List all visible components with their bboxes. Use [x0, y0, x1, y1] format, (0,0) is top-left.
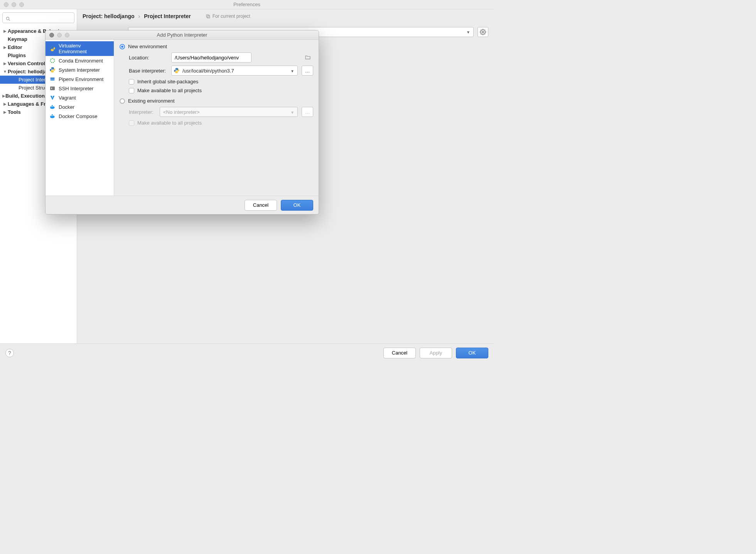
interpreter-settings-gear-button[interactable]	[478, 27, 488, 37]
sidebar-item-label: Plugins	[8, 52, 26, 58]
interpreter-type-label: SSH Interpreter	[59, 86, 93, 91]
interpreter-type-label: Conda Environment	[59, 58, 103, 64]
base-interpreter-label: Base interpreter:	[129, 68, 167, 74]
chevron-down-icon: ▼	[2, 69, 8, 74]
base-interpreter-dropdown[interactable]: /usr/local/bin/python3.7 ▼	[171, 66, 298, 76]
chevron-right-icon: ▶	[2, 110, 8, 114]
python-icon	[49, 46, 56, 52]
add-interpreter-dialog: Add Python Interpreter Virtualenv Enviro…	[45, 30, 319, 215]
window-controls[interactable]	[4, 2, 24, 7]
dialog-titlebar: Add Python Interpreter	[46, 30, 319, 40]
preferences-footer: ? Cancel Apply OK	[0, 343, 494, 362]
interpreter-type-label: Docker	[59, 104, 74, 110]
svg-rect-7	[51, 78, 55, 79]
interpreter-type-label: Pipenv Environment	[59, 76, 103, 82]
interpreter-form: New environment Location: Base interpret…	[114, 40, 319, 196]
preferences-cancel-button[interactable]: Cancel	[383, 348, 416, 358]
interpreter-type-conda-environment[interactable]: Conda Environment	[46, 56, 114, 65]
vagrant-icon	[49, 95, 56, 101]
pipenv-icon	[49, 76, 56, 82]
for-current-project-tag: For current project	[206, 14, 250, 19]
new-environment-label: New environment	[128, 44, 167, 49]
location-label: Location:	[129, 55, 167, 61]
minimize-dot[interactable]	[12, 2, 16, 7]
python-icon	[49, 67, 56, 73]
sidebar-item-label: Editor	[8, 44, 22, 50]
interpreter-type-vagrant[interactable]: Vagrant	[46, 93, 114, 102]
sidebar-item-label: Version Control	[8, 61, 45, 66]
svg-rect-16	[52, 114, 53, 115]
existing-environment-radio[interactable]: Existing environment	[120, 98, 313, 104]
svg-rect-3	[206, 15, 209, 17]
help-button[interactable]: ?	[5, 349, 14, 357]
interpreter-type-label: Vagrant	[59, 95, 76, 101]
existing-environment-label: Existing environment	[128, 98, 175, 104]
interpreter-type-docker[interactable]: Docker	[46, 102, 114, 111]
breadcrumb-project: Project: hellodjango	[83, 13, 135, 19]
breadcrumb: Project: hellodjango › Project Interpret…	[83, 13, 488, 19]
location-input[interactable]	[171, 52, 251, 62]
chevron-right-icon: ▶	[2, 29, 8, 33]
dialog-footer: Cancel OK	[46, 196, 319, 214]
preferences-apply-button[interactable]: Apply	[420, 348, 452, 358]
make-available-checkbox-row[interactable]: Make available to all projects	[129, 88, 313, 93]
make-available-existing-label: Make available to all projects	[137, 120, 202, 126]
interpreter-type-pipenv-environment[interactable]: Pipenv Environment	[46, 74, 114, 84]
interpreter-type-docker-compose[interactable]: Docker Compose	[46, 111, 114, 121]
interpreter-type-label: Virtualenv Environment	[59, 43, 110, 54]
base-interpreter-browse-button[interactable]: …	[302, 66, 313, 76]
inherit-checkbox-row[interactable]: Inherit global site-packages	[129, 79, 313, 84]
gear-icon	[480, 29, 486, 35]
chevron-down-icon: ▼	[466, 30, 470, 34]
svg-point-4	[482, 31, 484, 33]
chevron-down-icon: ▼	[290, 69, 294, 73]
interpreter-type-virtualenv-environment[interactable]: Virtualenv Environment	[46, 41, 114, 56]
preferences-search-input[interactable]	[2, 12, 74, 23]
preferences-ok-button[interactable]: OK	[456, 348, 488, 358]
interpreter-type-label: Docker Compose	[59, 113, 97, 119]
interpreter-type-list: Virtualenv EnvironmentConda EnvironmentS…	[46, 40, 114, 196]
dialog-title: Add Python Interpreter	[46, 32, 319, 38]
zoom-dot[interactable]	[19, 2, 24, 7]
base-interpreter-value: /usr/local/bin/python3.7	[182, 68, 234, 74]
folder-icon[interactable]	[305, 54, 311, 61]
terminal-icon	[49, 85, 56, 91]
svg-point-0	[6, 17, 9, 20]
python-icon	[174, 68, 180, 74]
preferences-title: Preferences	[0, 2, 494, 7]
sidebar-item-label: Tools	[8, 109, 21, 115]
chevron-right-icon: ▶	[2, 61, 8, 66]
docker-icon	[49, 104, 56, 110]
chevron-right-icon: ▶	[2, 94, 5, 98]
existing-interpreter-dropdown: <No interpreter> ▼	[160, 107, 298, 117]
inherit-label: Inherit global site-packages	[137, 79, 198, 84]
make-available-checkbox[interactable]	[129, 88, 134, 93]
interpreter-type-ssh-interpreter[interactable]: SSH Interpreter	[46, 84, 114, 93]
new-environment-radio[interactable]: New environment	[120, 44, 313, 49]
preferences-titlebar: Preferences	[0, 0, 494, 9]
chevron-right-icon: ▶	[2, 45, 8, 49]
chevron-right-icon: ▶	[2, 102, 8, 106]
svg-rect-2	[207, 15, 210, 18]
copy-icon	[206, 14, 211, 19]
make-available-existing-checkbox	[129, 120, 134, 126]
dialog-ok-button[interactable]: OK	[281, 200, 313, 211]
close-dot[interactable]	[4, 2, 8, 7]
existing-interpreter-browse-button: …	[302, 107, 313, 117]
svg-point-5	[51, 59, 55, 63]
interpreter-type-system-interpreter[interactable]: System Interpreter	[46, 65, 114, 74]
dialog-cancel-button[interactable]: Cancel	[245, 200, 277, 211]
interpreter-label: Interpreter:	[129, 109, 156, 115]
make-available-label: Make available to all projects	[137, 88, 202, 93]
breadcrumb-section: Project Interpreter	[144, 13, 191, 19]
chevron-right-icon: ›	[138, 13, 140, 19]
docker-icon	[49, 113, 56, 119]
inherit-checkbox[interactable]	[129, 79, 134, 84]
interpreter-type-label: System Interpreter	[59, 67, 100, 73]
help-icon: ?	[8, 350, 11, 356]
make-available-existing-row: Make available to all projects	[129, 120, 313, 126]
chevron-down-icon: ▼	[290, 110, 294, 115]
conda-icon	[49, 57, 56, 64]
svg-line-1	[9, 20, 10, 21]
svg-rect-8	[50, 86, 55, 90]
